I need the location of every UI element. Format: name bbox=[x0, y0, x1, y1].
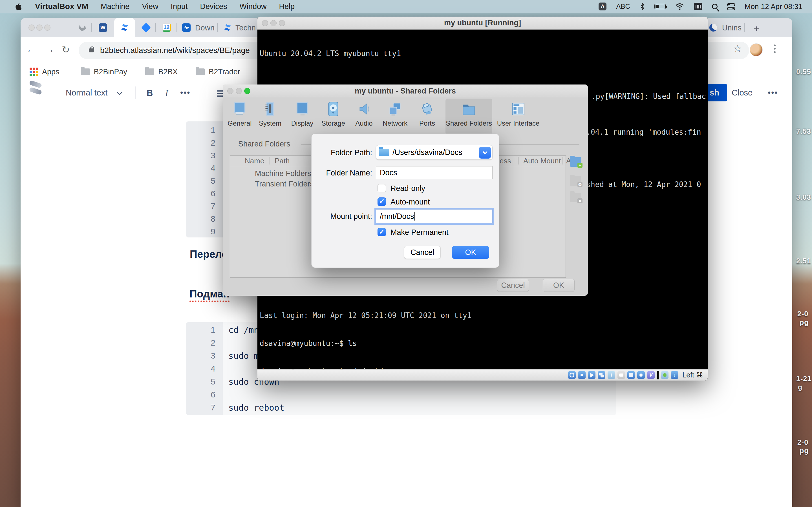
tab-ports[interactable]: Ports bbox=[415, 99, 439, 135]
forward-icon[interactable]: → bbox=[45, 44, 54, 55]
search-icon[interactable] bbox=[712, 4, 718, 9]
reload-icon[interactable]: ↻ bbox=[62, 44, 70, 55]
new-tab-button[interactable]: + bbox=[754, 23, 759, 34]
menu-help[interactable]: Help bbox=[279, 2, 295, 11]
make-permanent-checkbox[interactable] bbox=[377, 228, 386, 236]
bookmark-folder-b2bx[interactable]: B2BX bbox=[145, 68, 177, 76]
apple-icon[interactable] bbox=[15, 2, 22, 11]
close-button[interactable] bbox=[227, 88, 234, 94]
bookmark-folder-b2binpay[interactable]: B2BinPay bbox=[81, 68, 128, 76]
battery-icon[interactable] bbox=[654, 4, 666, 9]
column-header-path[interactable]: Path bbox=[274, 156, 290, 166]
network-icon[interactable] bbox=[598, 371, 605, 379]
bookmark-folder-b2trader[interactable]: B2Trader bbox=[196, 68, 240, 76]
settings-cancel-button[interactable]: Cancel bbox=[497, 279, 529, 292]
input-source-icon[interactable]: A bbox=[599, 3, 606, 10]
close-button[interactable] bbox=[262, 20, 268, 26]
control-center-icon[interactable] bbox=[727, 3, 735, 10]
usb-icon[interactable] bbox=[608, 371, 615, 379]
gitlab-tab[interactable] bbox=[78, 23, 87, 33]
text-style-dropdown[interactable]: Normal text bbox=[66, 88, 121, 98]
editor-more-button[interactable]: ••• bbox=[768, 88, 778, 98]
table-row-machine-folders[interactable]: Machine Folders bbox=[255, 169, 311, 178]
folder-path-combo[interactable]: /Users/dsavina/Docs bbox=[376, 145, 493, 160]
arrow-down-icon[interactable]: ↓ bbox=[671, 371, 678, 379]
minimize-button[interactable] bbox=[270, 20, 276, 26]
dialog-cancel-button[interactable]: Cancel bbox=[404, 246, 441, 259]
keyboard-icon[interactable] bbox=[694, 3, 702, 10]
hdd-icon[interactable] bbox=[568, 371, 576, 379]
audio-icon[interactable] bbox=[588, 371, 596, 379]
vm-titlebar[interactable]: my ubuntu [Running] bbox=[257, 17, 708, 30]
zoom-button[interactable] bbox=[279, 20, 285, 26]
dropdown-button[interactable] bbox=[479, 147, 491, 159]
remove-share-button[interactable]: ✕ bbox=[570, 193, 581, 202]
menu-view[interactable]: View bbox=[142, 2, 158, 11]
input-source-label[interactable]: ABC bbox=[616, 3, 630, 10]
folder-name-field[interactable]: Docs bbox=[376, 166, 493, 179]
display-icon[interactable] bbox=[627, 371, 635, 379]
more-formatting-button[interactable]: ••• bbox=[180, 88, 190, 98]
vm-window-controls[interactable] bbox=[262, 20, 285, 26]
tab-shared-folders-selected[interactable]: Shared Folders bbox=[446, 99, 492, 135]
tab-user-interface[interactable]: User Interface bbox=[496, 99, 541, 135]
recording-icon[interactable] bbox=[637, 371, 645, 379]
monitoring-tab-icon[interactable] bbox=[182, 23, 191, 33]
column-divider[interactable] bbox=[269, 157, 270, 165]
column-header-name[interactable]: Name bbox=[245, 156, 264, 166]
zoom-button[interactable] bbox=[244, 88, 250, 94]
shared-folder-icon[interactable] bbox=[617, 371, 625, 379]
column-header-automount[interactable]: Auto Mount bbox=[523, 156, 561, 166]
back-icon[interactable]: ← bbox=[26, 44, 36, 55]
zoom-button[interactable] bbox=[44, 24, 50, 31]
read-only-checkbox[interactable] bbox=[377, 184, 386, 192]
menu-input[interactable]: Input bbox=[170, 2, 188, 11]
table-row-transient-folders[interactable]: Transient Folders bbox=[255, 180, 314, 188]
italic-button[interactable]: I bbox=[165, 88, 168, 98]
bluetooth-icon[interactable] bbox=[640, 3, 645, 10]
column-divider[interactable] bbox=[518, 157, 518, 165]
minimize-button[interactable] bbox=[236, 88, 242, 94]
menu-window[interactable]: Window bbox=[240, 2, 267, 11]
kebab-menu-icon[interactable] bbox=[774, 45, 776, 55]
bookmark-apps[interactable]: Apps bbox=[20, 68, 59, 76]
jira-tab[interactable] bbox=[141, 23, 151, 33]
publish-button[interactable]: sh bbox=[707, 84, 727, 101]
dialog-ok-button[interactable]: OK bbox=[452, 246, 489, 259]
cpu-v-icon[interactable]: V bbox=[647, 371, 655, 379]
dolphin-tab-icon[interactable] bbox=[709, 23, 718, 33]
tab-label-techn[interactable]: Techn bbox=[236, 24, 256, 33]
tab-label-down[interactable]: Down bbox=[195, 24, 214, 33]
tab-storage[interactable]: Storage bbox=[319, 99, 347, 135]
settings-titlebar[interactable]: my ubuntu - Shared Folders bbox=[223, 84, 588, 98]
tab-label-unins[interactable]: Unins bbox=[722, 24, 742, 33]
settings-ok-button[interactable]: OK bbox=[543, 279, 574, 292]
menubar-clock[interactable]: Mon 12 Apr 08:31 bbox=[745, 2, 802, 11]
word-tab[interactable]: W bbox=[98, 23, 108, 33]
tab-audio[interactable]: Audio bbox=[352, 99, 376, 135]
close-button[interactable] bbox=[29, 24, 35, 31]
menu-virtualbox-vm[interactable]: VirtualBox VM bbox=[35, 2, 88, 11]
tab-system[interactable]: System bbox=[256, 99, 284, 135]
bold-button[interactable]: B bbox=[147, 88, 153, 98]
minimize-button[interactable] bbox=[36, 24, 43, 31]
optical-disc-icon[interactable] bbox=[578, 371, 586, 379]
close-button-editor[interactable]: Close bbox=[732, 88, 753, 98]
wifi-icon[interactable] bbox=[675, 3, 684, 10]
tab-network[interactable]: Network bbox=[379, 99, 410, 135]
column-header-access[interactable]: ess bbox=[500, 156, 511, 166]
bookmark-star-icon[interactable]: ☆ bbox=[733, 43, 742, 54]
auto-mount-checkbox[interactable] bbox=[377, 198, 386, 206]
confluence-tab2[interactable] bbox=[223, 23, 232, 33]
tab-general[interactable]: General bbox=[226, 99, 253, 135]
mouse-integration-icon[interactable] bbox=[661, 371, 668, 379]
settings-window-controls[interactable] bbox=[227, 88, 250, 94]
tab-confluence-active[interactable] bbox=[114, 18, 135, 37]
menu-devices[interactable]: Devices bbox=[200, 2, 227, 11]
avatar[interactable] bbox=[750, 43, 763, 56]
mount-point-field[interactable]: /mnt/Docs bbox=[376, 209, 493, 223]
tab-display[interactable]: Display bbox=[289, 99, 316, 135]
calendar-tab[interactable]: 12 bbox=[162, 23, 171, 33]
add-share-button[interactable]: + bbox=[570, 157, 581, 167]
menu-machine[interactable]: Machine bbox=[101, 2, 130, 11]
